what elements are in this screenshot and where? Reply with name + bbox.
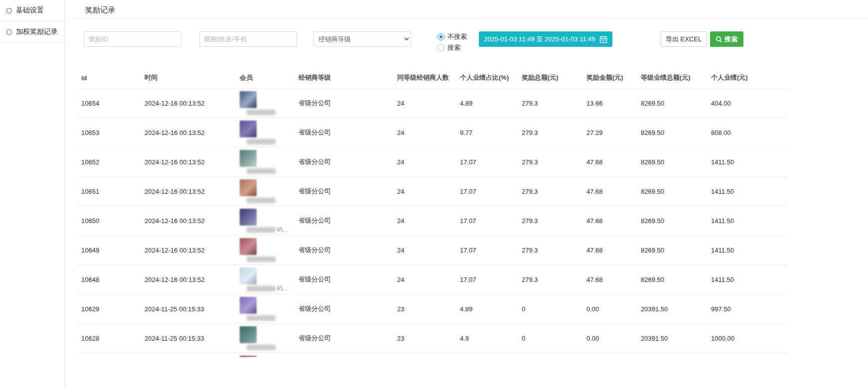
cell-reward_amount: 47.68 [582,265,637,294]
page-title: 奖励记录 [65,0,868,18]
search-mode-radio-group: 不搜索 搜索 [437,31,467,53]
radio-selected-icon[interactable] [437,33,444,40]
cell-reward_amount: 0.00 [582,353,637,358]
radio-circle-icon [6,8,12,13]
cell-reward_amount: 0.00 [582,294,637,324]
member-name-redacted [247,168,276,174]
cell-ratio: 4.89 [456,294,518,324]
cell-level_total: 20391.50 [637,324,707,353]
member-name-redacted [247,286,276,291]
table-row: 106272024-11-25 00:15:33省级分公司234.900.002… [77,353,787,358]
cell-reward_total: 279.3 [518,177,582,206]
main-content: 奖励记录 经销商等级 不搜索 搜索 2025-01-03 11:49 至 202… [65,0,868,388]
cell-id: 10653 [77,118,141,147]
table-row: 106512024-12-16 00:13:52省级分公司2417.07279.… [77,177,787,206]
cell-reward_total: 279.3 [518,89,582,118]
cell-reward_amount: 47.68 [582,206,637,236]
cell-level: 省级分公司 [294,118,393,147]
cell-level_total: 8269.50 [637,206,707,236]
dealer-level-select[interactable]: 经销商等级 [313,31,411,47]
member-avatar [240,356,257,357]
cell-ratio: 17.07 [456,236,518,265]
search-button-label: 搜索 [724,35,737,44]
member-name-redacted [247,110,276,115]
cell-time: 2024-12-16 00:13:52 [141,236,236,265]
cell-level: 省级分公司 [294,177,393,206]
member-avatar [240,209,257,226]
cell-personal: 1000.00 [707,353,787,358]
cell-reward_total: 0 [518,353,582,358]
radio-search[interactable]: 搜索 [437,42,467,53]
member-name-suffix: 码... [277,226,288,234]
cell-peer_count: 24 [393,118,456,147]
sidebar-item-basic-settings[interactable]: 基础设置 [0,0,64,21]
records-table-container: id时间会员经销商等级同等级经销商人数个人业绩占比(%)奖励总额(元)奖励金额(… [77,68,790,357]
cell-level: 省级分公司 [294,294,393,324]
table-row: 106282024-11-25 00:15:33省级分公司234.900.002… [77,324,787,353]
member-avatar [240,267,257,284]
cell-personal: 404.00 [707,89,787,118]
reward-id-input[interactable] [84,31,181,47]
cell-reward_amount: 0.00 [582,324,637,353]
cell-reward_total: 279.3 [518,147,582,177]
sidebar-item-label: 基础设置 [16,6,44,15]
column-header: 奖励金额(元) [582,68,637,89]
cell-personal: 1000.00 [707,324,787,353]
cell-personal: 1411.50 [707,177,787,206]
member-cell [236,353,294,358]
sidebar-item-label: 加权奖励记录 [16,27,58,36]
cell-id: 10627 [77,353,141,358]
cell-reward_total: 0 [518,324,582,353]
table-row: 106502024-12-16 00:13:52码...省级分公司2417.07… [77,206,787,236]
cell-time: 2024-12-16 00:13:52 [141,206,236,236]
member-avatar [240,326,257,343]
member-avatar [240,297,257,314]
column-header: 个人业绩占比(%) [456,68,518,89]
table-row: 106522024-12-16 00:13:52省级分公司2417.07279.… [77,147,787,177]
cell-level_total: 8269.50 [637,118,707,147]
cell-level_total: 8269.50 [637,147,707,177]
cell-time: 2024-12-16 00:13:52 [141,118,236,147]
cell-level: 省级分公司 [294,236,393,265]
date-range-button[interactable]: 2025-01-03 11:49 至 2025-01-03 11:49 [479,31,612,47]
member-avatar [240,121,257,137]
member-name-redacted [247,227,276,233]
export-excel-button[interactable]: 导出 EXCEL [661,31,707,47]
member-cell [236,324,294,353]
member-name-suffix: 码... [277,284,288,293]
cell-ratio: 17.07 [456,206,518,236]
column-header: 经销商等级 [294,68,393,89]
cell-reward_amount: 13.66 [582,89,637,118]
member-cell [236,177,294,206]
cell-time: 2024-11-25 00:15:33 [141,294,236,324]
cell-personal: 1411.50 [707,265,787,294]
table-header-row: id时间会员经销商等级同等级经销商人数个人业绩占比(%)奖励总额(元)奖励金额(… [77,68,787,89]
cell-id: 10649 [77,236,141,265]
radio-no-search[interactable]: 不搜索 [437,31,467,42]
cell-time: 2024-11-25 00:15:33 [141,353,236,358]
cell-peer_count: 23 [393,353,456,358]
calendar-icon [599,35,607,43]
cell-level_total: 20391.50 [637,353,707,358]
records-table: id时间会员经销商等级同等级经销商人数个人业绩占比(%)奖励总额(元)奖励金额(… [77,68,787,357]
cell-peer_count: 23 [393,324,456,353]
radio-circle-icon [6,29,12,35]
cell-reward_amount: 47.68 [582,147,637,177]
cell-id: 10628 [77,324,141,353]
cell-peer_count: 24 [393,89,456,118]
cell-personal: 1411.50 [707,206,787,236]
cell-reward_total: 279.3 [518,118,582,147]
sidebar-item-weighted-reward-records[interactable]: 加权奖励记录 [0,21,64,43]
radio-no-search-label: 不搜索 [447,32,467,41]
cell-reward_amount: 47.68 [582,236,637,265]
radio-unselected-icon[interactable] [437,44,444,51]
cell-ratio: 4.9 [456,324,518,353]
cell-level: 省级分公司 [294,265,393,294]
member-search-input[interactable] [199,31,297,47]
search-button[interactable]: 搜索 [710,31,743,47]
cell-peer_count: 24 [393,206,456,236]
sidebar: 基础设置 加权奖励记录 [0,0,65,388]
column-header: 等级业绩总额(元) [637,68,707,89]
member-cell [236,118,294,147]
member-cell [236,294,294,324]
